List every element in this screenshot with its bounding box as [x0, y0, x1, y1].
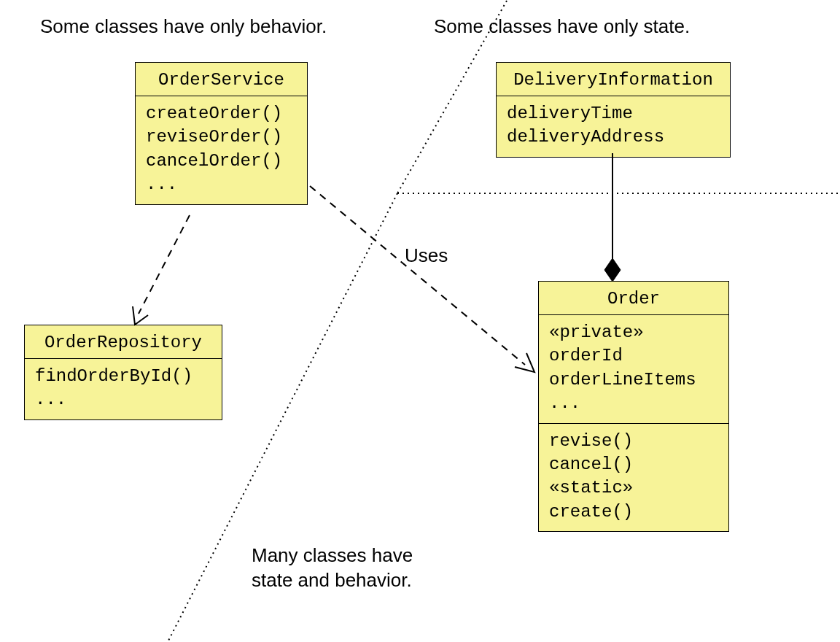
- class-methods: createOrder() reviseOrder() cancelOrder(…: [136, 96, 307, 204]
- class-title: DeliveryInformation: [497, 63, 730, 96]
- uml-diagram: Some classes have only behavior. Some cl…: [0, 0, 840, 642]
- class-title: OrderRepository: [25, 325, 222, 359]
- caption-behavior-only: Some classes have only behavior.: [40, 15, 327, 39]
- svg-marker-6: [604, 258, 621, 282]
- uses-label: Uses: [405, 244, 448, 267]
- caption-state-and-behavior: Many classes have state and behavior.: [252, 544, 413, 593]
- class-order-service: OrderService createOrder() reviseOrder()…: [135, 62, 308, 205]
- class-methods: findOrderById() ...: [25, 359, 222, 419]
- class-title: Order: [539, 282, 728, 315]
- svg-line-4: [310, 186, 525, 365]
- class-methods: revise() cancel() «static» create(): [539, 424, 728, 532]
- class-order: Order «private» orderId orderLineItems .…: [538, 281, 729, 532]
- class-title: OrderService: [136, 63, 307, 96]
- class-order-repository: OrderRepository findOrderById() ...: [24, 325, 222, 420]
- class-delivery-information: DeliveryInformation deliveryTime deliver…: [496, 62, 731, 158]
- class-attributes: deliveryTime deliveryAddress: [497, 96, 730, 157]
- class-attributes: «private» orderId orderLineItems ...: [539, 315, 728, 424]
- svg-line-3: [139, 215, 190, 314]
- caption-state-only: Some classes have only state.: [434, 15, 690, 39]
